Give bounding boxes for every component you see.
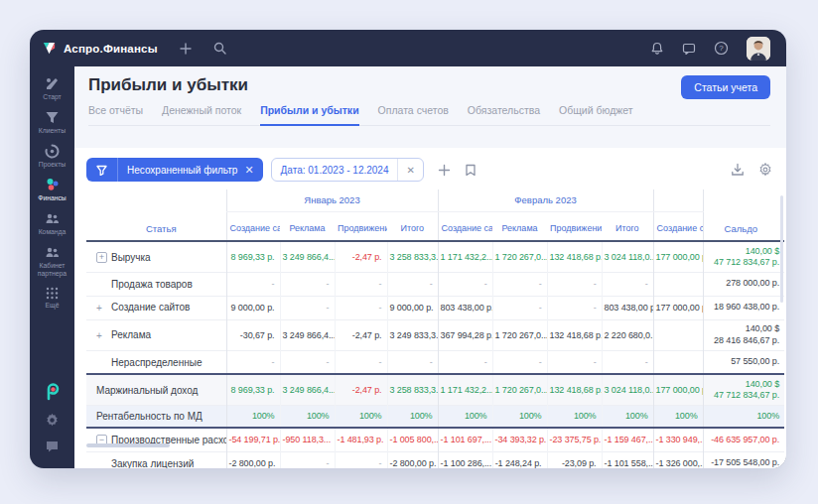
value-cell	[653, 272, 703, 296]
team-icon	[45, 211, 60, 226]
tab-general-budget[interactable]: Общий бюджет	[559, 104, 633, 125]
tab-all-reports[interactable]: Все отчёты	[88, 104, 143, 125]
sidebar-item-clients[interactable]: Клиенты	[31, 110, 74, 135]
topbar: Аспро.Финансы ?	[30, 30, 786, 66]
value-cell: 3 249 866,4...	[280, 319, 335, 350]
date-filter-chip[interactable]: Дата: 01.2023 - 12.2024 ✕	[271, 158, 424, 182]
svg-text:?: ?	[719, 44, 724, 53]
settings-gear-icon[interactable]	[45, 413, 60, 428]
notifications-bell-icon[interactable]	[650, 42, 664, 56]
save-bookmark-icon[interactable]	[465, 164, 477, 177]
value-cell: 803 438,00 р.	[602, 296, 653, 319]
value-cell: 1 171 432,2...	[438, 241, 492, 272]
pnl-table: Статья Январь 2023 Февраль 2023 Сальдо С…	[86, 189, 784, 468]
page-title: Прибыли и убытки	[88, 75, 770, 95]
article-cell[interactable]: −Производственные расходы	[86, 428, 226, 451]
value-cell: -	[335, 296, 387, 319]
month-group-march	[653, 189, 703, 211]
saldo-cell: 18 960 438,00 р.	[703, 296, 784, 319]
article-cell[interactable]: Рентабельность по МД	[86, 405, 226, 428]
feedback-bubble-icon[interactable]	[45, 440, 60, 454]
col-header: Продвижение	[547, 211, 602, 241]
value-cell: -	[492, 272, 547, 296]
accounting-articles-button[interactable]: Статьи учета	[681, 75, 770, 99]
messages-icon[interactable]	[682, 42, 696, 56]
remove-filter-icon[interactable]: ✕	[244, 164, 253, 177]
tab-bill-payment[interactable]: Оплата счетов	[378, 104, 449, 125]
app-window: Аспро.Финансы ? Старт	[30, 30, 786, 468]
product-logo-icon[interactable]	[44, 383, 62, 401]
sidebar-item-team[interactable]: Команда	[31, 211, 74, 236]
value-cell: -	[387, 350, 438, 374]
article-cell[interactable]: Продажа товаров	[86, 272, 226, 296]
article-cell[interactable]: +Выручка	[86, 241, 226, 272]
article-cell[interactable]: Закупка лицензий	[86, 451, 226, 468]
tab-obligations[interactable]: Обязательства	[468, 104, 540, 125]
vertical-scrollbar[interactable]	[780, 195, 783, 303]
expand-icon[interactable]: +	[96, 252, 107, 263]
sidebar-item-finance[interactable]: Финансы	[31, 177, 74, 202]
sidebar: Старт Клиенты Проекты Финансы Команда Ка…	[30, 66, 74, 468]
sidebar-item-start[interactable]: Старт	[31, 76, 74, 101]
saldo-cell: -46 635 957,00 р.	[703, 428, 784, 451]
value-cell: -	[226, 350, 280, 374]
saldo-cell: 100%	[703, 405, 784, 428]
value-cell: -30,67 р.	[226, 319, 280, 350]
value-cell: 1 720 267,0...	[492, 241, 547, 272]
value-cell: 9 000,00 р.	[387, 296, 438, 319]
article-cell[interactable]: +Создание сайтов	[86, 296, 226, 319]
remove-date-filter-icon[interactable]: ✕	[397, 159, 422, 181]
article-cell[interactable]: +Реклама	[86, 319, 226, 350]
saldo-cell: 57 550,00 р.	[703, 350, 784, 374]
download-icon[interactable]	[731, 163, 745, 177]
expand-plus-icon[interactable]: +	[96, 330, 111, 341]
value-cell: -	[226, 272, 280, 296]
col-header: Итого	[602, 211, 653, 241]
sidebar-item-partner-cabinet[interactable]: Кабинет партнера	[31, 245, 74, 278]
value-cell: -	[280, 272, 335, 296]
col-header: Создание сайтов	[438, 211, 492, 241]
user-avatar[interactable]	[747, 37, 770, 61]
search-icon[interactable]	[213, 42, 226, 55]
article-cell[interactable]: Нераспределенные	[86, 350, 226, 374]
saldo-cell: 140,00 $47 712 834,67 р.	[703, 374, 784, 405]
value-cell: -1 100 286,...	[438, 451, 492, 468]
col-header: Итого	[387, 211, 438, 241]
add-filter-icon[interactable]	[438, 164, 451, 177]
value-cell: -950 118,3...	[280, 428, 335, 451]
tab-cash-flow[interactable]: Денежный поток	[162, 104, 241, 125]
horizontal-scrollbar[interactable]	[86, 443, 170, 447]
value-cell: 177 000,00 р	[653, 241, 703, 272]
table-row: −Производственные расходы-54 199,71 р.-9…	[86, 428, 784, 451]
add-icon[interactable]	[180, 43, 192, 55]
sidebar-item-more[interactable]: Ещё	[31, 287, 74, 310]
tab-profit-loss[interactable]: Прибыли и убытки	[260, 104, 358, 126]
value-cell	[653, 350, 703, 374]
sidebar-item-projects[interactable]: Проекты	[31, 144, 74, 169]
value-cell: -2 800,00 р.	[226, 451, 280, 468]
value-cell: 1 720 267,0...	[492, 319, 547, 350]
value-cell: 1 171 432,2...	[438, 374, 492, 405]
value-cell: 8 969,33 р.	[226, 241, 280, 272]
value-cell: 3 258 833,3...	[387, 241, 438, 272]
value-cell: -1 101 558,...	[602, 451, 653, 468]
help-icon[interactable]: ?	[714, 41, 729, 56]
filter-bar: Несохраненный фильтр ✕ Дата: 01.2023 - 1…	[74, 148, 786, 189]
value-cell: 100%	[226, 405, 280, 428]
value-cell: -	[335, 451, 387, 468]
article-cell[interactable]: Маржинальный доход	[86, 374, 226, 405]
table-settings-gear-icon[interactable]	[758, 163, 772, 177]
value-cell: -2,47 р.	[335, 319, 387, 350]
article-column-header: Статья	[86, 189, 226, 241]
expand-plus-icon[interactable]: +	[96, 303, 111, 314]
filter-funnel-icon[interactable]	[86, 158, 118, 182]
pnl-table-wrap: Статья Январь 2023 Февраль 2023 Сальдо С…	[86, 189, 786, 468]
value-cell: 177 000,00 р	[653, 374, 703, 405]
more-grid-icon	[46, 287, 59, 300]
value-cell: 3 249 866,4...	[280, 241, 335, 272]
value-cell: -1 159 467,...	[602, 428, 653, 451]
clients-funnel-icon	[45, 110, 60, 125]
app-logo-icon	[42, 41, 57, 56]
value-cell: 2 220 680,0...	[602, 319, 653, 350]
unsaved-filter-chip[interactable]: Несохраненный фильтр ✕	[86, 158, 263, 182]
